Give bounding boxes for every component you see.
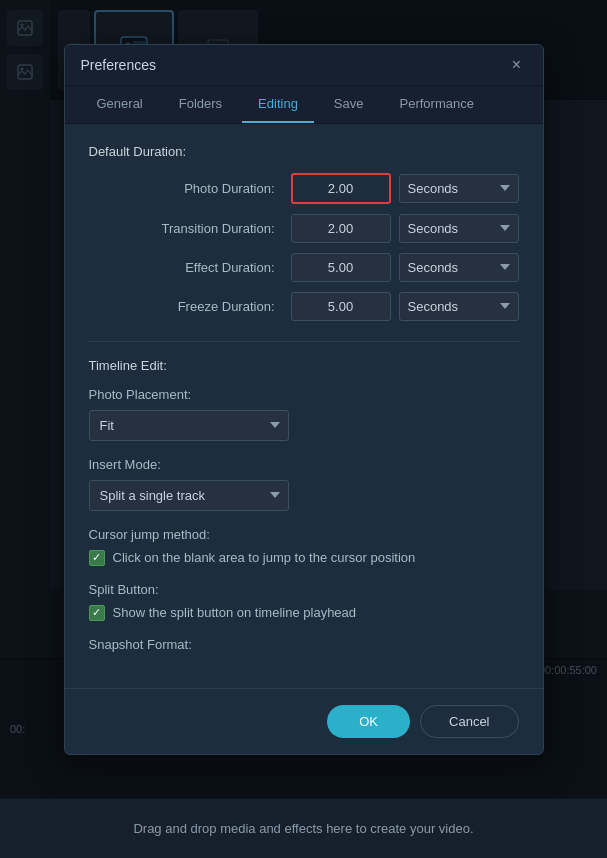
tab-general[interactable]: General [81,86,159,123]
cursor-jump-checkbox[interactable] [89,550,105,566]
preferences-dialog: Preferences × General Folders Editing Sa… [64,44,544,755]
duration-grid: Photo Duration: Seconds Frames Transitio… [89,173,519,321]
dialog-overlay: Preferences × General Folders Editing Sa… [0,0,607,798]
split-button-checkbox[interactable] [89,605,105,621]
cursor-jump-label: Cursor jump method: [89,527,519,542]
photo-placement-select[interactable]: Fit Fill Stretch Crop [89,410,289,441]
cursor-jump-checkbox-label: Click on the blank area to jump to the c… [113,550,416,565]
insert-mode-label: Insert Mode: [89,457,519,472]
effect-duration-label: Effect Duration: [89,260,283,275]
effect-duration-input[interactable] [291,253,391,282]
photo-placement-label: Photo Placement: [89,387,519,402]
timeline-edit-heading: Timeline Edit: [89,358,519,373]
tab-bar: General Folders Editing Save Performance [65,86,543,124]
photo-duration-label: Photo Duration: [89,181,283,196]
transition-duration-label: Transition Duration: [89,221,283,236]
default-duration-heading: Default Duration: [89,144,519,159]
transition-duration-unit-select[interactable]: Seconds Frames [399,214,519,243]
drag-drop-hint: Drag and drop media and effects here to … [12,821,595,836]
photo-placement-section: Photo Placement: Fit Fill Stretch Crop [89,387,519,441]
cursor-jump-section: Cursor jump method: Click on the blank a… [89,527,519,566]
drag-drop-bar: Drag and drop media and effects here to … [0,798,607,858]
split-button-row: Show the split button on timeline playhe… [89,605,519,621]
split-button-section: Split Button: Show the split button on t… [89,582,519,621]
photo-duration-unit-select[interactable]: Seconds Frames [399,174,519,203]
split-button-checkbox-label: Show the split button on timeline playhe… [113,605,357,620]
close-button[interactable]: × [507,55,527,75]
tab-folders[interactable]: Folders [163,86,238,123]
insert-mode-section: Insert Mode: Split a single track Split … [89,457,519,511]
tab-performance[interactable]: Performance [384,86,490,123]
freeze-duration-input[interactable] [291,292,391,321]
divider-1 [89,341,519,342]
dialog-footer: OK Cancel [65,688,543,754]
dialog-content: Default Duration: Photo Duration: Second… [65,124,543,688]
split-button-label: Split Button: [89,582,519,597]
insert-mode-select[interactable]: Split a single track Split all tracks Ov… [89,480,289,511]
snapshot-format-section: Snapshot Format: [89,637,519,652]
cancel-button[interactable]: Cancel [420,705,518,738]
effect-duration-unit-select[interactable]: Seconds Frames [399,253,519,282]
freeze-duration-unit-select[interactable]: Seconds Frames [399,292,519,321]
dialog-titlebar: Preferences × [65,45,543,86]
snapshot-format-label: Snapshot Format: [89,637,519,652]
cursor-jump-row: Click on the blank area to jump to the c… [89,550,519,566]
transition-duration-input[interactable] [291,214,391,243]
tab-editing[interactable]: Editing [242,86,314,123]
ok-button[interactable]: OK [327,705,410,738]
tab-save[interactable]: Save [318,86,380,123]
photo-duration-input[interactable] [291,173,391,204]
freeze-duration-label: Freeze Duration: [89,299,283,314]
dialog-title: Preferences [81,57,156,73]
